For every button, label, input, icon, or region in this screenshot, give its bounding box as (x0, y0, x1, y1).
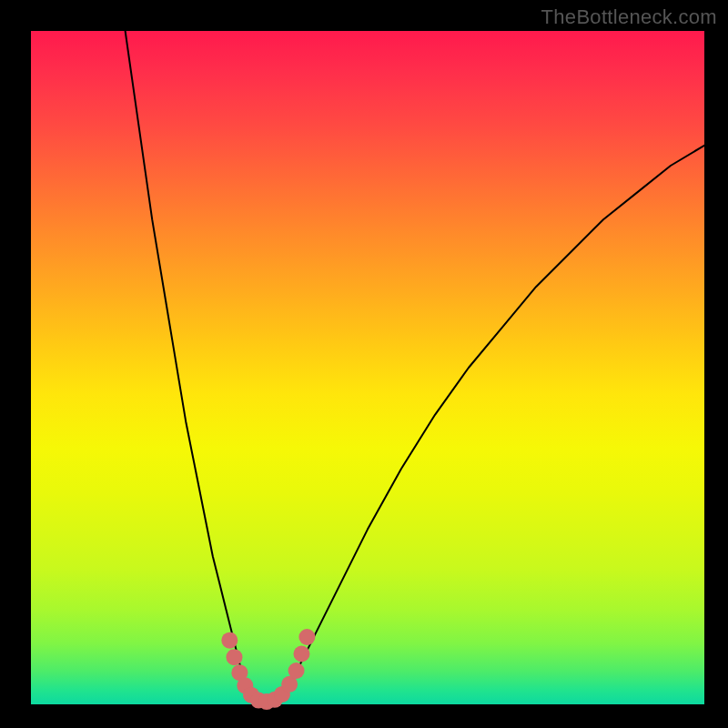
overlay-dot (293, 646, 309, 662)
watermark-text: TheBottleneck.com (541, 5, 717, 29)
overlay-dot (298, 629, 315, 645)
main-curve (126, 31, 704, 704)
overlay-marker-group (221, 629, 315, 710)
plot-area (31, 31, 704, 704)
plot-svg (31, 31, 704, 704)
overlay-dot (221, 632, 238, 649)
overlay-dot (226, 649, 242, 665)
stage: TheBottleneck.com (0, 0, 728, 728)
overlay-dot (288, 662, 305, 679)
